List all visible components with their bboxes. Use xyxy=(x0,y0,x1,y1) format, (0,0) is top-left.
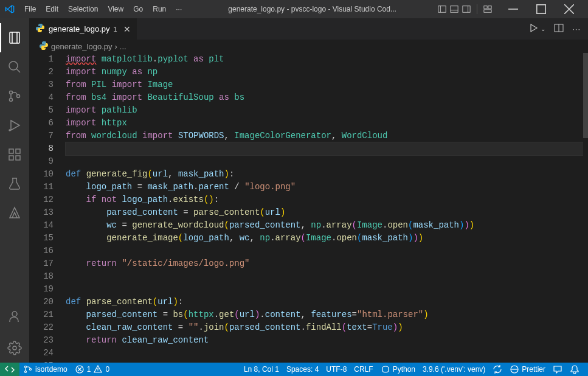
menu-view[interactable]: View xyxy=(103,0,128,18)
main-area: generate_logo.py 1 ✕ ⌄ ··· generate_logo… xyxy=(0,18,588,363)
settings-view[interactable] xyxy=(0,333,29,363)
svg-point-17 xyxy=(17,95,20,98)
breadcrumbs[interactable]: generate_logo.py › ... xyxy=(29,40,588,53)
toggle-panel-icon[interactable] xyxy=(450,5,458,13)
git-branch[interactable]: isortdemo xyxy=(19,363,71,376)
svg-point-15 xyxy=(10,91,13,94)
encoding[interactable]: UTF-8 xyxy=(322,363,350,376)
python-file-icon xyxy=(39,41,49,52)
code-content[interactable]: import matplotlib.pyplot as pltimport nu… xyxy=(66,53,588,363)
svg-point-16 xyxy=(10,99,13,102)
prettier-status[interactable]: Prettier xyxy=(506,363,549,376)
azure-view[interactable] xyxy=(0,198,29,228)
svg-rect-0 xyxy=(438,6,446,13)
testing-view[interactable] xyxy=(0,169,29,198)
eol[interactable]: CRLF xyxy=(350,363,376,376)
svg-point-19 xyxy=(9,130,10,131)
search-view[interactable] xyxy=(0,52,29,82)
svg-point-24 xyxy=(12,312,17,316)
statusbar-right: Ln 8, Col 1 Spaces: 4 UTF-8 CRLF Python … xyxy=(240,363,583,376)
activity-bar xyxy=(0,18,29,363)
breadcrumb-sep: › xyxy=(114,42,117,51)
run-dropdown-icon[interactable]: ⌄ xyxy=(541,26,545,32)
indentation[interactable]: Spaces: 4 xyxy=(283,363,322,376)
scrollbar[interactable] xyxy=(583,53,588,363)
vscode-icon xyxy=(5,4,15,14)
svg-line-14 xyxy=(16,69,20,72)
breadcrumb-file[interactable]: generate_logo.py xyxy=(51,42,112,51)
run-debug-view[interactable] xyxy=(0,111,29,140)
window-controls xyxy=(499,0,583,18)
svg-rect-10 xyxy=(537,5,545,13)
tab-bar-actions: ⌄ ··· xyxy=(528,18,588,40)
run-icon[interactable] xyxy=(528,23,538,35)
menu-overflow[interactable]: ··· xyxy=(171,0,187,18)
svg-point-30 xyxy=(25,371,27,373)
menu-file[interactable]: File xyxy=(19,0,41,18)
svg-marker-26 xyxy=(531,24,537,32)
close-tab-icon[interactable]: ✕ xyxy=(123,24,131,34)
extensions-view[interactable] xyxy=(0,140,29,169)
cursor-position[interactable]: Ln 8, Col 1 xyxy=(240,363,283,376)
svg-point-13 xyxy=(9,61,18,70)
language-label: Python xyxy=(393,365,415,374)
breadcrumb-ellipsis[interactable]: ... xyxy=(120,42,126,51)
titlebar: File Edit Selection View Go Run ··· gene… xyxy=(0,0,588,18)
svg-rect-6 xyxy=(484,6,487,9)
customize-layout-icon[interactable] xyxy=(483,5,492,13)
svg-rect-23 xyxy=(16,149,20,153)
svg-point-25 xyxy=(13,346,16,350)
prettier-label: Prettier xyxy=(522,365,545,374)
svg-rect-21 xyxy=(9,156,13,160)
explorer-view[interactable] xyxy=(0,23,29,52)
split-editor-icon[interactable] xyxy=(554,23,564,35)
tab-filename: generate_logo.py xyxy=(49,24,109,33)
branch-name: isortdemo xyxy=(35,365,67,374)
feedback-icon[interactable] xyxy=(549,363,566,376)
svg-rect-22 xyxy=(16,156,20,160)
svg-rect-4 xyxy=(463,6,470,13)
toggle-sidebar-right-icon[interactable] xyxy=(462,5,471,13)
editor-body[interactable]: 1234567891011121314151617181920212223242… xyxy=(29,53,588,363)
sync-icon[interactable] xyxy=(489,363,506,376)
menu-bar: File Edit Selection View Go Run ··· xyxy=(19,0,187,18)
svg-rect-20 xyxy=(9,149,13,153)
window-title: generate_logo.py - pvscc-logo - Visual S… xyxy=(187,5,438,13)
python-interpreter[interactable]: 3.9.6 ('.venv': venv) xyxy=(419,363,489,376)
accounts-view[interactable] xyxy=(0,302,29,331)
notifications-icon[interactable] xyxy=(566,363,583,376)
svg-point-29 xyxy=(25,366,27,368)
source-control-view[interactable] xyxy=(0,82,29,111)
svg-rect-8 xyxy=(484,10,491,12)
svg-marker-18 xyxy=(11,120,19,130)
minimize-button[interactable] xyxy=(499,0,527,18)
maximize-button[interactable] xyxy=(527,0,555,18)
editor-region: generate_logo.py 1 ✕ ⌄ ··· generate_logo… xyxy=(29,18,588,363)
statusbar: isortdemo 1 0 Ln 8, Col 1 Spaces: 4 UTF-… xyxy=(0,363,588,376)
menu-selection[interactable]: Selection xyxy=(63,0,103,18)
menu-edit[interactable]: Edit xyxy=(41,0,63,18)
menu-run[interactable]: Run xyxy=(148,0,171,18)
layout-controls xyxy=(438,4,492,14)
close-button[interactable] xyxy=(555,0,583,18)
more-actions-icon[interactable]: ··· xyxy=(572,24,581,33)
toggle-sidebar-icon[interactable] xyxy=(438,5,446,13)
error-count: 1 xyxy=(87,365,91,374)
language-mode[interactable]: Python xyxy=(377,363,419,376)
scrollbar-thumb[interactable] xyxy=(583,53,588,138)
python-file-icon xyxy=(35,23,45,35)
editor-tab[interactable]: generate_logo.py 1 ✕ xyxy=(29,18,137,40)
svg-rect-7 xyxy=(488,6,491,9)
line-gutter: 1234567891011121314151617181920212223242… xyxy=(29,53,66,363)
separator xyxy=(477,4,477,14)
remote-indicator[interactable] xyxy=(0,363,19,376)
problems-status[interactable]: 1 0 xyxy=(71,363,113,376)
svg-rect-2 xyxy=(451,6,458,13)
warning-count: 0 xyxy=(105,365,109,374)
menu-go[interactable]: Go xyxy=(128,0,148,18)
modified-indicator: 1 xyxy=(113,26,117,33)
tab-bar: generate_logo.py 1 ✕ ⌄ ··· xyxy=(29,18,588,40)
